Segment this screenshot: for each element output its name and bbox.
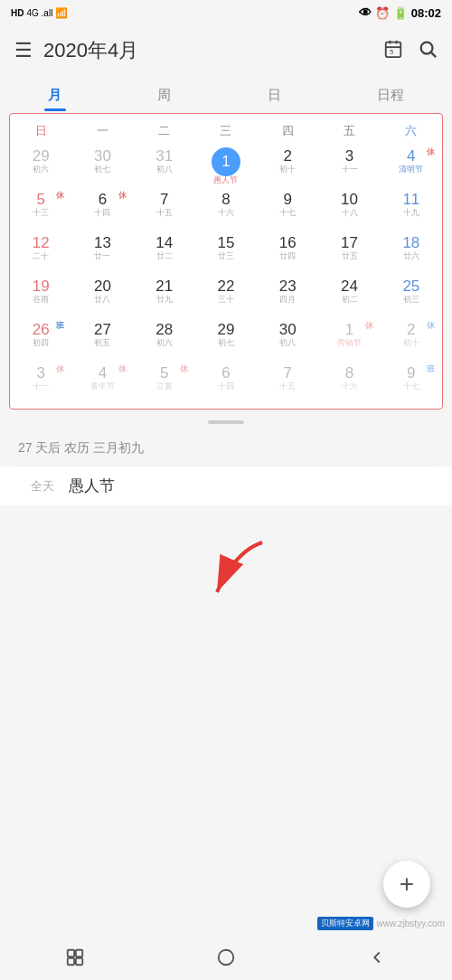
day-apr16[interactable]: 16 廿四 — [257, 231, 318, 275]
day-may3[interactable]: 休 3 十一 — [10, 362, 71, 405]
wifi-icon: 📶 — [55, 7, 68, 19]
holiday-badge-5: 休 — [54, 190, 66, 202]
status-bar: HD 4G .all 📶 👁 ⏰ 🔋 08:02 — [0, 0, 452, 25]
day-mar30[interactable]: 30 初七 — [71, 145, 133, 188]
day-apr22[interactable]: 22 三十 — [195, 275, 257, 318]
week-3: 12 二十 13 廿一 14 廿二 15 廿三 16 廿四 17 廿五 18 廿… — [10, 231, 442, 275]
day-may7[interactable]: 7 十五 — [257, 362, 318, 405]
work-badge-26: 班 — [54, 320, 66, 332]
day-may1[interactable]: 休 1 劳动节 — [318, 318, 380, 362]
time-display: 08:02 — [411, 6, 441, 20]
holiday-badge-may5: 休 — [178, 363, 190, 375]
back-button[interactable] — [359, 939, 395, 975]
day-apr30[interactable]: 30 初八 — [257, 318, 318, 362]
tab-month[interactable]: 月 — [33, 81, 76, 109]
day-apr5[interactable]: 休 5 十三 — [10, 188, 71, 231]
day-may9[interactable]: 班 9 十七 — [381, 362, 442, 405]
header-mon: 一 — [71, 121, 133, 141]
search-button[interactable] — [418, 39, 438, 63]
header-icons: 5 — [383, 39, 438, 63]
day-apr28[interactable]: 28 初六 — [134, 318, 195, 362]
add-event-button[interactable]: + — [383, 861, 430, 908]
day-apr15[interactable]: 15 廿三 — [195, 231, 257, 275]
day-apr3[interactable]: 3 十一 — [318, 145, 380, 188]
holiday-badge-may2: 休 — [425, 320, 437, 332]
drag-bar — [208, 420, 244, 424]
day-apr29[interactable]: 29 初七 — [195, 318, 257, 362]
calendar-today-button[interactable]: 5 — [383, 39, 403, 63]
svg-rect-10 — [68, 958, 74, 965]
header-sun: 日 — [10, 121, 71, 141]
day-apr6[interactable]: 休 6 十四 — [71, 188, 133, 231]
week-6: 休 3 十一 休 4 青年节 休 5 立夏 6 十四 7 十五 8 十六 班 9 — [10, 362, 442, 405]
day-apr12[interactable]: 12 二十 — [10, 231, 71, 275]
day-apr8[interactable]: 8 十六 — [195, 188, 257, 231]
holiday-badge-4: 休 — [425, 146, 437, 158]
day-may8[interactable]: 8 十六 — [318, 362, 380, 405]
day-may5[interactable]: 休 5 立夏 — [134, 362, 195, 405]
svg-point-5 — [421, 42, 433, 53]
svg-rect-8 — [68, 950, 74, 956]
svg-line-6 — [431, 52, 436, 57]
event-time: 全天 — [18, 478, 54, 495]
tab-day[interactable]: 日 — [253, 81, 296, 109]
signal-icon: 4G .all — [26, 8, 52, 18]
day-apr26[interactable]: 班 26 初四 — [10, 318, 71, 362]
day-apr25[interactable]: 25 初三 — [381, 275, 442, 318]
day-apr27[interactable]: 27 初五 — [71, 318, 133, 362]
menu-button[interactable]: ☰ — [14, 39, 33, 62]
holiday-badge-6: 休 — [117, 190, 128, 202]
tab-week[interactable]: 周 — [143, 81, 185, 109]
view-tabs: 月 周 日 日程 — [0, 76, 452, 109]
day-apr1[interactable]: 1 愚人节 — [195, 145, 257, 188]
header-thu: 四 — [257, 121, 318, 141]
week-2: 休 5 十三 休 6 十四 7 十五 8 十六 9 十七 10 十八 11 十九 — [10, 188, 442, 231]
event-item[interactable]: 全天 愚人节 — [0, 466, 452, 505]
event-date-info: 27 天后 农历 三月初九 — [0, 428, 452, 466]
day-apr17[interactable]: 17 廿五 — [318, 231, 380, 275]
day-apr10[interactable]: 10 十八 — [318, 188, 380, 231]
day-apr14[interactable]: 14 廿二 — [134, 231, 195, 275]
day-apr7[interactable]: 7 十五 — [134, 188, 195, 231]
day-apr21[interactable]: 21 廿九 — [134, 275, 195, 318]
day-apr13[interactable]: 13 廿一 — [71, 231, 133, 275]
day-apr4[interactable]: 休 4 清明节 — [381, 145, 442, 188]
svg-point-12 — [219, 950, 234, 966]
day-mar31[interactable]: 31 初八 — [134, 145, 195, 188]
home-button[interactable] — [208, 939, 244, 975]
header-sat: 六 — [381, 121, 442, 141]
event-name: 愚人节 — [69, 476, 115, 496]
eye-icon: 👁 — [359, 5, 372, 20]
watermark: 贝斯特安卓网 www.zjbstyy.com — [317, 917, 445, 930]
status-left: HD 4G .all 📶 — [11, 7, 68, 19]
day-apr20[interactable]: 20 廿八 — [71, 275, 133, 318]
battery-icon: 🔋 — [393, 6, 408, 20]
svg-rect-9 — [76, 950, 82, 956]
day-apr24[interactable]: 24 初二 — [318, 275, 380, 318]
day-apr23[interactable]: 23 四月 — [257, 275, 318, 318]
tab-schedule[interactable]: 日程 — [363, 81, 419, 109]
holiday-badge-may4: 休 — [117, 363, 128, 375]
day-apr2[interactable]: 2 初十 — [257, 145, 318, 188]
header-wed: 三 — [195, 121, 257, 141]
alarm-icon: ⏰ — [375, 6, 390, 20]
day-mar29[interactable]: 29 初六 — [10, 145, 71, 188]
header-tue: 二 — [134, 121, 195, 141]
header-title: 2020年4月 — [43, 37, 383, 64]
day-apr11[interactable]: 11 十九 — [381, 188, 442, 231]
network-icon: HD — [11, 8, 24, 18]
day-apr18[interactable]: 18 廿六 — [381, 231, 442, 275]
day-may2[interactable]: 休 2 初十 — [381, 318, 442, 362]
day-apr9[interactable]: 9 十七 — [257, 188, 318, 231]
week-1: 29 初六 30 初七 31 初八 1 愚人节 2 初十 3 十一 休 4 清明… — [10, 145, 442, 188]
day-apr19[interactable]: 19 谷雨 — [10, 275, 71, 318]
holiday-badge-may1: 休 — [363, 320, 375, 332]
day-may4[interactable]: 休 4 青年节 — [71, 362, 133, 405]
status-right: 👁 ⏰ 🔋 08:02 — [359, 5, 441, 20]
recent-apps-button[interactable] — [57, 939, 93, 975]
day-headers: 日 一 二 三 四 五 六 — [10, 118, 442, 145]
annotation-arrow — [190, 533, 298, 609]
drag-handle[interactable] — [0, 413, 452, 428]
app-header: ☰ 2020年4月 5 — [0, 25, 452, 76]
day-may6[interactable]: 6 十四 — [195, 362, 257, 405]
